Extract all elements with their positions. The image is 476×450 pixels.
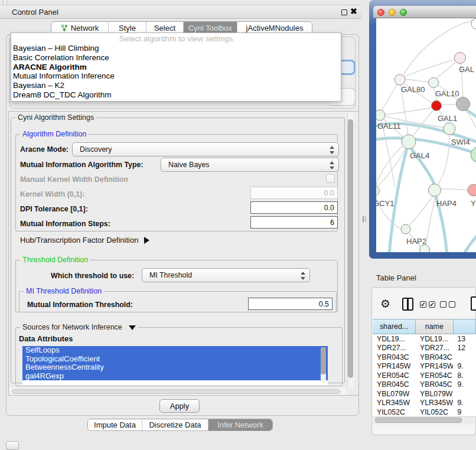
dpi-tolerance-input[interactable]	[250, 201, 338, 214]
table-row[interactable]: YBR045CYBR045C9.	[373, 380, 476, 390]
table-row[interactable]: YDR27...YDR27...12	[373, 344, 476, 353]
select-all-columns-icon[interactable]: ✓ ✓	[420, 301, 435, 308]
node-pink-right[interactable]	[468, 184, 476, 196]
manual-kernel-checkbox[interactable]	[326, 174, 335, 183]
data-attribute-item[interactable]: BetweennessCentrality	[22, 363, 328, 372]
tab-discretize-data[interactable]: Discretize Data	[142, 419, 208, 431]
table-row[interactable]: YDL19...YDL19...13	[373, 334, 476, 344]
dock-panel-button[interactable]	[6, 441, 19, 450]
tab-select[interactable]: Select	[146, 22, 184, 34]
zoom-window-icon[interactable]	[400, 9, 407, 16]
hub-tf-disclosure[interactable]: Hub/Transcription Factor Definition	[20, 236, 149, 244]
table-cell[interactable]: 8.	[453, 371, 476, 380]
node-red[interactable]	[432, 101, 442, 111]
table-cell[interactable]: YDL19...	[373, 335, 416, 343]
dropdown-item[interactable]: Bayesian – K2	[11, 81, 341, 90]
table-cell[interactable]: YER054C	[373, 371, 416, 380]
tab-impute-data[interactable]: Impute Data	[88, 419, 142, 431]
node-top-partial[interactable]	[471, 18, 476, 29]
table-row[interactable]: YBR043CYBR043C	[373, 353, 476, 362]
table-cell[interactable]: YBL079W	[373, 390, 416, 398]
column-header-1[interactable]: shared...	[373, 319, 416, 334]
attributes-list-scrollbar-thumb[interactable]	[321, 347, 326, 374]
dropdown-item[interactable]: Dream8 DC_TDC Algorithm	[11, 90, 341, 100]
table-cell[interactable]: YLR345W	[416, 399, 453, 407]
node-gal80[interactable]	[395, 74, 405, 85]
table-cell[interactable]: YBR043C	[416, 353, 453, 361]
table-cell[interactable]: 13	[453, 335, 476, 343]
table-cell[interactable]: 9.	[453, 399, 476, 407]
aracne-mode-combobox[interactable]: Discovery	[72, 142, 339, 156]
tab-jactivemnodules[interactable]: jActiveMNodules	[237, 22, 312, 34]
table-row[interactable]: YER054CYER054C8.	[373, 371, 476, 380]
node-gray[interactable]	[457, 97, 470, 111]
split-columns-icon[interactable]	[402, 298, 413, 311]
table-cell[interactable]: 9	[453, 408, 476, 416]
table-cell[interactable]: YBR045C	[373, 380, 416, 389]
tab-cyni-toolbox[interactable]: Cyni Toolbox	[184, 22, 237, 34]
network-window-titlebar[interactable]	[373, 6, 476, 18]
table-row[interactable]: YPR145WYPR145W9.	[373, 362, 476, 371]
table-row[interactable]: YBL079WYBL079W	[373, 389, 476, 399]
document-icon[interactable]	[471, 296, 476, 311]
deselect-all-columns-icon[interactable]	[440, 301, 455, 308]
node-gal4[interactable]	[402, 135, 416, 149]
table-cell[interactable]: 12	[453, 344, 476, 352]
minimize-window-icon[interactable]	[389, 9, 396, 16]
node-hap4[interactable]	[429, 184, 441, 197]
table-cell[interactable]: YDR27...	[373, 344, 416, 352]
mi-type-combobox[interactable]: Naive Bayes	[161, 158, 339, 172]
table-cell[interactable]: YIL052C	[416, 408, 453, 416]
tab-infer-network[interactable]: Infer Network	[208, 419, 272, 431]
obscured-combobox-fragment[interactable]	[340, 60, 356, 75]
node-swi4[interactable]	[471, 147, 476, 162]
table-row[interactable]: YIL052CYIL052C9	[373, 407, 476, 416]
dropdown-item[interactable]: Basic Correlation Inference	[11, 53, 341, 63]
table-cell[interactable]: YBR045C	[416, 380, 453, 389]
column-header-3[interactable]	[454, 319, 476, 334]
mi-steps-input[interactable]	[250, 216, 338, 229]
mi-threshold-input[interactable]	[248, 298, 332, 310]
node-bottom-partial[interactable]	[420, 245, 430, 253]
kernel-width-input[interactable]	[250, 187, 338, 199]
network-canvas[interactable]: GALGAL80GAL10GAL1GAL11GAL4SWI4GCY1HAP4YH…	[376, 18, 476, 252]
data-attribute-item[interactable]: SelfLoops	[22, 346, 328, 355]
table-horizontal-scrollbar-thumb[interactable]	[375, 418, 462, 423]
table-cell[interactable]: 9.	[453, 362, 476, 370]
dropdown-item[interactable]: ARACNE Algorithm	[11, 63, 341, 72]
table-cell[interactable]: YBR043C	[373, 353, 416, 361]
table-cell[interactable]: YLR345W	[373, 399, 416, 407]
apply-button[interactable]: Apply	[159, 399, 200, 413]
settings-vertical-scrollbar-thumb[interactable]	[348, 119, 353, 378]
close-panel-icon[interactable]: ✖	[350, 6, 357, 16]
node-gal1[interactable]	[444, 123, 455, 135]
table-cell[interactable]: YBL079W	[416, 390, 453, 398]
dropdown-item[interactable]: Bayesian – Hill Climbing	[11, 44, 341, 53]
dropdown-item[interactable]: Mutual Information Inference	[11, 71, 341, 81]
node-gal10[interactable]	[429, 78, 439, 88]
table-cell[interactable]: 9.	[453, 380, 476, 389]
which-threshold-combobox[interactable]: MI Threshold	[142, 268, 310, 282]
column-header-2[interactable]: name	[416, 319, 453, 334]
node-hap2[interactable]	[401, 224, 410, 234]
table-cell[interactable]: YPR145W	[373, 362, 416, 370]
table-row[interactable]: YLR345WYLR345W9.	[373, 399, 476, 408]
gear-icon[interactable]: ⚙	[380, 297, 390, 311]
table-cell[interactable]: YDR27...	[416, 344, 453, 352]
panel-divider-handle[interactable]	[363, 216, 366, 222]
node-gal-top[interactable]	[455, 53, 466, 64]
close-window-icon[interactable]	[377, 9, 384, 16]
table-cell[interactable]: YDL19...	[416, 335, 453, 343]
table-cell[interactable]: YPR145W	[416, 362, 453, 370]
settings-horizontal-scrollbar-thumb[interactable]	[12, 389, 340, 394]
table-cell[interactable]: YER054C	[416, 371, 453, 380]
tab-network[interactable]: Network	[51, 22, 109, 34]
sources-group-title[interactable]: Sources for Network Inference	[20, 323, 138, 331]
float-panel-icon[interactable]	[341, 9, 347, 15]
data-attribute-item[interactable]: TopologicalCoefficient	[22, 355, 328, 364]
node-gcy1[interactable]	[376, 186, 380, 196]
tab-style[interactable]: Style	[109, 22, 146, 34]
node-gal11[interactable]	[376, 110, 385, 120]
table-cell[interactable]: YIL052C	[373, 408, 416, 416]
data-attribute-item[interactable]: gal4RGexp	[22, 372, 328, 381]
